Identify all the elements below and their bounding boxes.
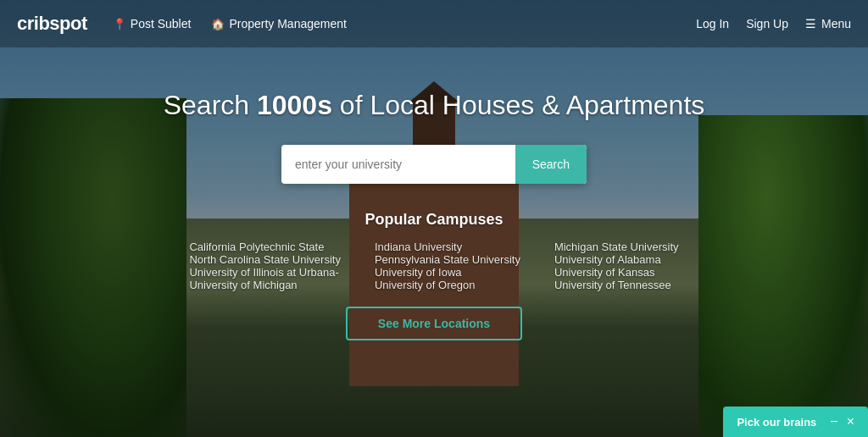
home-icon: 🏠 bbox=[211, 18, 225, 30]
hero-title-suffix: of Local Houses & Apartments bbox=[332, 90, 704, 120]
site-logo[interactable]: cribspot bbox=[17, 13, 87, 35]
campus-column-1: California Polytechnic State North Carol… bbox=[189, 241, 340, 291]
pick-brains-widget: Pick our brains − × bbox=[723, 407, 868, 437]
nav-links: 📍 Post Sublet 🏠 Property Management bbox=[113, 17, 696, 30]
campuses-grid: California Polytechnic State North Carol… bbox=[189, 241, 678, 291]
pick-brains-controls: − × bbox=[830, 415, 854, 429]
location-icon: 📍 bbox=[113, 18, 126, 30]
hero-content: Search 1000s of Local Houses & Apartment… bbox=[0, 47, 868, 340]
log-in-link[interactable]: Log In bbox=[696, 17, 729, 30]
campus-column-2: Indiana University Pennsylvania State Un… bbox=[375, 241, 520, 291]
hero-title: Search 1000s of Local Houses & Apartment… bbox=[164, 90, 705, 121]
hero-title-prefix: Search bbox=[164, 90, 257, 120]
campus-item[interactable]: University of Tennessee bbox=[554, 279, 679, 291]
see-more-button[interactable]: See More Locations bbox=[346, 307, 522, 340]
campus-item[interactable]: University of Oregon bbox=[375, 279, 520, 291]
campuses-section: Popular Campuses California Polytechnic … bbox=[189, 211, 678, 340]
sign-up-link[interactable]: Sign Up bbox=[746, 17, 788, 30]
pick-brains-minimize-button[interactable]: − bbox=[830, 415, 837, 429]
search-input[interactable] bbox=[281, 145, 515, 184]
campus-item[interactable]: Michigan State University bbox=[554, 241, 679, 253]
campus-item[interactable]: North Carolina State University bbox=[189, 253, 340, 266]
campus-item[interactable]: University of Illinois at Urbana- bbox=[189, 266, 340, 279]
hero-title-highlight: 1000s bbox=[257, 90, 332, 120]
post-sublet-link[interactable]: 📍 Post Sublet bbox=[113, 17, 192, 30]
property-management-link[interactable]: 🏠 Property Management bbox=[211, 17, 347, 30]
nav-right: Log In Sign Up ☰ Menu bbox=[696, 17, 851, 30]
navbar: cribspot 📍 Post Sublet 🏠 Property Manage… bbox=[0, 0, 868, 47]
pick-brains-label: Pick our brains bbox=[737, 416, 816, 429]
campus-item[interactable]: University of Alabama bbox=[554, 253, 679, 266]
post-sublet-label: Post Sublet bbox=[131, 17, 192, 30]
pick-brains-close-button[interactable]: × bbox=[847, 415, 854, 429]
campus-item[interactable]: California Polytechnic State bbox=[189, 241, 340, 253]
campus-item[interactable]: University of Kansas bbox=[554, 266, 679, 279]
campus-item[interactable]: University of Iowa bbox=[375, 266, 520, 279]
property-management-label: Property Management bbox=[229, 17, 347, 30]
menu-button[interactable]: ☰ Menu bbox=[805, 17, 851, 30]
campuses-title: Popular Campuses bbox=[189, 211, 678, 229]
campus-column-3: Michigan State University University of … bbox=[554, 241, 679, 291]
campus-item[interactable]: University of Michigan bbox=[189, 279, 340, 291]
campus-item[interactable]: Indiana University bbox=[375, 241, 520, 253]
search-bar: Search bbox=[281, 145, 587, 184]
search-button[interactable]: Search bbox=[515, 145, 587, 184]
menu-label: Menu bbox=[821, 17, 851, 30]
hamburger-icon: ☰ bbox=[805, 17, 816, 30]
campus-item[interactable]: Pennsylvania State University bbox=[375, 253, 520, 266]
